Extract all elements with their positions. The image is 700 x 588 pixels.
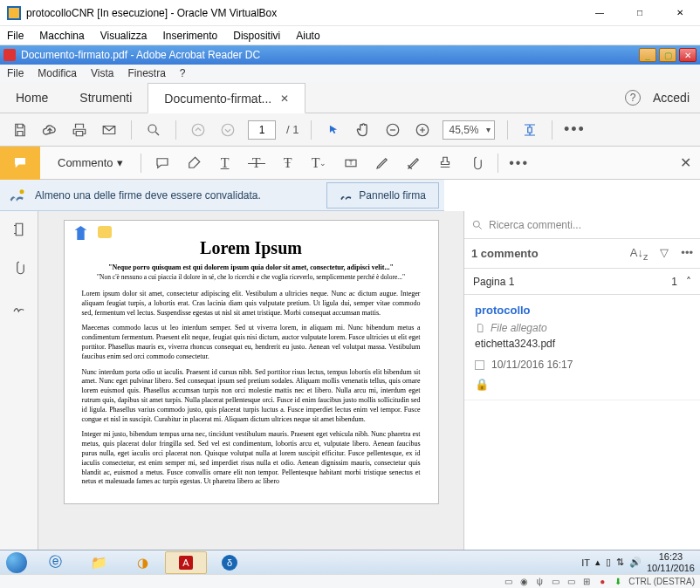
- maximize-button[interactable]: □: [620, 0, 660, 26]
- comments-search[interactable]: Ricerca commenti...: [464, 211, 700, 239]
- vb-menu-visualizza[interactable]: Visualizza: [100, 30, 148, 42]
- select-tool-icon[interactable]: [324, 120, 343, 140]
- attach-tool-icon[interactable]: [466, 153, 487, 174]
- tab-home-label: Home: [16, 91, 48, 105]
- signatures-rail-icon[interactable]: [10, 297, 29, 316]
- task-reader[interactable]: A: [165, 551, 207, 574]
- tray-volume-icon[interactable]: 🔊: [629, 557, 642, 568]
- tray-lang[interactable]: IT: [581, 557, 590, 568]
- tab-document-label: Documento-firmat...: [164, 92, 271, 106]
- reader-app-icon: [3, 49, 16, 61]
- email-icon[interactable]: [100, 120, 119, 140]
- tab-document[interactable]: Documento-firmat... ✕: [148, 83, 305, 113]
- cloud-icon[interactable]: [40, 120, 59, 140]
- reader-menu-help[interactable]: ?: [180, 67, 186, 79]
- comment-toolbar-close-icon[interactable]: ✕: [680, 154, 691, 171]
- tab-strumenti[interactable]: Strumenti: [64, 82, 148, 113]
- start-button[interactable]: [0, 550, 33, 575]
- minimize-button[interactable]: —: [580, 0, 620, 26]
- comment-item[interactable]: protocollo File allegato etichetta3243.p…: [464, 295, 700, 400]
- sort-icon[interactable]: A↓z: [630, 246, 649, 262]
- comment-mode-chip[interactable]: [0, 147, 40, 180]
- print-icon[interactable]: [70, 120, 89, 140]
- comment-checkbox[interactable]: [475, 360, 484, 370]
- replace-text-tool-icon[interactable]: Ŧ: [278, 153, 299, 174]
- stamp-tool-icon[interactable]: [435, 153, 456, 174]
- vb-mouse-icon[interactable]: ⬇: [613, 577, 623, 587]
- commento-label: Commento: [58, 156, 113, 169]
- pencil-tool-icon[interactable]: [372, 153, 393, 174]
- close-button[interactable]: ✕: [660, 0, 700, 26]
- tab-strumenti-label: Strumenti: [79, 91, 132, 105]
- fit-width-icon[interactable]: [520, 120, 539, 140]
- eraser-tool-icon[interactable]: [403, 153, 424, 174]
- vb-record-icon[interactable]: ●: [597, 577, 607, 587]
- vb-cd-icon[interactable]: ◉: [518, 577, 529, 587]
- reader-menu-vista[interactable]: Vista: [91, 67, 113, 79]
- tab-home[interactable]: Home: [0, 82, 64, 113]
- vb-menu-aiuto[interactable]: Aiuto: [296, 30, 319, 42]
- left-rail: [0, 211, 38, 550]
- zoom-out-icon[interactable]: [383, 120, 402, 140]
- insert-text-tool-icon[interactable]: T⌄: [309, 153, 330, 174]
- task-delta[interactable]: δ: [209, 551, 250, 574]
- task-explorer[interactable]: 📁: [78, 551, 120, 574]
- tab-close-icon[interactable]: ✕: [280, 92, 289, 105]
- textbox-tool-icon[interactable]: T: [340, 153, 361, 174]
- signature-panel-button[interactable]: Pannello firma: [326, 182, 439, 209]
- reader-menu-finestra[interactable]: Finestra: [128, 67, 166, 79]
- accedi-link[interactable]: Accedi: [653, 91, 690, 105]
- zoom-select[interactable]: 45,5%: [443, 120, 495, 140]
- reader-minimize-button[interactable]: _: [639, 48, 656, 62]
- vb-menu-macchina[interactable]: Macchina: [39, 30, 84, 42]
- vb-display-icon[interactable]: ▭: [566, 577, 576, 587]
- tray-network-icon[interactable]: ⇅: [616, 557, 624, 568]
- vb-share-icon[interactable]: ▭: [550, 577, 560, 587]
- comments-more-icon[interactable]: •••: [681, 246, 693, 262]
- page-up-icon[interactable]: [189, 120, 208, 140]
- filter-icon[interactable]: ▽: [660, 246, 669, 262]
- zoom-in-icon[interactable]: [413, 120, 432, 140]
- help-icon[interactable]: ?: [625, 90, 641, 106]
- task-ie[interactable]: ⓔ: [34, 551, 76, 574]
- save-icon[interactable]: [10, 120, 30, 140]
- highlight-tool-icon[interactable]: [183, 153, 204, 174]
- note-tool-icon[interactable]: [152, 153, 173, 174]
- vb-menu-dispositivi[interactable]: Dispositivi: [233, 30, 280, 42]
- lock-icon: 🔒: [475, 378, 690, 391]
- vb-menu-inserimento[interactable]: Inserimento: [163, 30, 218, 42]
- commento-menu[interactable]: Commento▾: [51, 156, 130, 169]
- tray-clock[interactable]: 16:23 10/11/2016: [647, 551, 695, 572]
- comments-page-row[interactable]: Pagina 1 1 ˄: [464, 269, 700, 295]
- hand-tool-icon[interactable]: [353, 120, 373, 140]
- comment-author: protocollo: [475, 304, 690, 317]
- reader-close-button[interactable]: ✕: [679, 48, 697, 62]
- strikethrough-tool-icon[interactable]: T: [246, 153, 267, 174]
- vb-clipboard-icon[interactable]: ⊞: [581, 577, 592, 587]
- document-area[interactable]: Lorem Ipsum "Neque porro quisquam est qu…: [38, 211, 464, 550]
- reader-menu-modifica[interactable]: Modifica: [38, 67, 77, 79]
- search-icon[interactable]: [144, 120, 163, 140]
- vb-usb-icon[interactable]: ψ: [534, 577, 545, 587]
- comments-header: 1 commento A↓z ▽ •••: [464, 239, 700, 269]
- doc-para-2: Maecenas commodo lacus ut leo interdum s…: [82, 324, 421, 361]
- tray-chevron-icon[interactable]: ▴: [595, 557, 600, 568]
- vb-hdd-icon[interactable]: ▭: [503, 577, 513, 587]
- page-down-icon[interactable]: [218, 120, 237, 140]
- page-number-input[interactable]: [248, 120, 276, 140]
- text-tool-icon[interactable]: T: [215, 153, 236, 174]
- vb-menu-file[interactable]: File: [7, 30, 24, 42]
- tray-flag-icon[interactable]: ▯: [606, 557, 611, 568]
- main-toolbar: / 1 45,5% •••: [0, 113, 700, 147]
- more-tools-icon[interactable]: •••: [565, 120, 584, 140]
- attachments-icon[interactable]: [10, 258, 29, 277]
- comment-more-icon[interactable]: •••: [509, 153, 530, 174]
- reader-maximize-button[interactable]: ▢: [659, 48, 676, 62]
- thumbnails-icon[interactable]: [10, 220, 29, 239]
- virtualbox-menubar: File Macchina Visualizza Inserimento Dis…: [0, 26, 700, 45]
- task-media[interactable]: ◑: [121, 551, 163, 574]
- virtualbox-titlebar: protocolloCNR [In esecuzione] - Oracle V…: [0, 0, 700, 26]
- reader-menu-file[interactable]: File: [7, 67, 24, 79]
- sticky-note-icon[interactable]: [98, 226, 112, 238]
- signature-bar: Almeno una delle firme deve essere conva…: [0, 180, 444, 211]
